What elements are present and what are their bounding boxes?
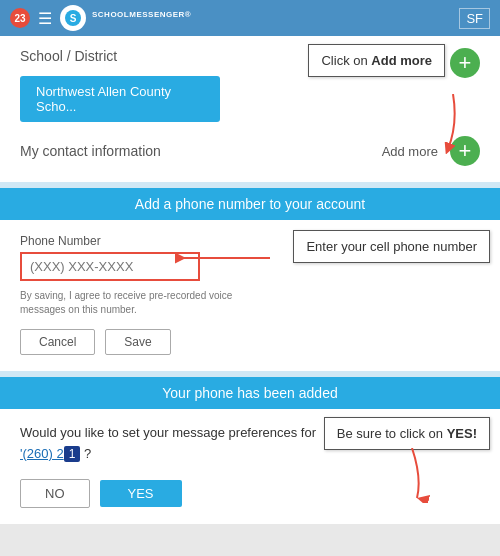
logo-icon: S bbox=[60, 5, 86, 31]
message-suffix: ? bbox=[84, 446, 91, 461]
phone-input[interactable] bbox=[20, 252, 200, 281]
callout-yes-prefix: Be sure to click on bbox=[337, 426, 447, 441]
phone-link[interactable]: '(260) 2 bbox=[20, 446, 64, 461]
callout-yes-bold: YES! bbox=[447, 426, 477, 441]
notification-badge[interactable]: 23 bbox=[10, 8, 30, 28]
my-contact-row: My contact information Add more + bbox=[20, 136, 480, 166]
add-phone-header: Add a phone number to your account bbox=[0, 188, 500, 220]
message-prefix: Would you like to set your message prefe… bbox=[20, 425, 316, 440]
callout-phone: Enter your cell phone number bbox=[293, 230, 490, 263]
my-contact-label: My contact information bbox=[20, 143, 161, 159]
top-right-label[interactable]: SF bbox=[459, 8, 490, 29]
add-phone-section: Add a phone number to your account Enter… bbox=[0, 188, 500, 371]
add-phone-form: Enter your cell phone number Phone Numbe… bbox=[0, 220, 500, 371]
arrow-phone-icon bbox=[175, 248, 275, 271]
callout-yes: Be sure to click on YES! bbox=[324, 417, 490, 450]
save-button[interactable]: Save bbox=[105, 329, 170, 355]
arrow-icon bbox=[438, 94, 468, 157]
svg-text:S: S bbox=[70, 13, 77, 24]
menu-icon[interactable]: ☰ bbox=[38, 9, 52, 28]
yes-no-section: Be sure to click on YES! Would you like … bbox=[0, 409, 500, 524]
arrow-yes-icon bbox=[392, 448, 432, 506]
logo-text: SchoolMessenger® bbox=[92, 10, 191, 25]
phone-added-header: Your phone has been added bbox=[0, 377, 500, 409]
cancel-button[interactable]: Cancel bbox=[20, 329, 95, 355]
phone-box: 1 bbox=[64, 446, 81, 462]
logo-area: S SchoolMessenger® bbox=[60, 5, 451, 31]
yes-button[interactable]: YES bbox=[100, 480, 182, 507]
phone-added-section: Your phone has been added Be sure to cli… bbox=[0, 377, 500, 524]
school-district-section: School / District Click on Add more + No… bbox=[0, 36, 500, 182]
school-button[interactable]: Northwest Allen County Scho... bbox=[20, 76, 220, 122]
agree-text: By saving, I agree to receive pre-record… bbox=[20, 289, 240, 317]
top-bar: 23 ☰ S SchoolMessenger® SF bbox=[0, 0, 500, 36]
callout-bold: Add more bbox=[371, 53, 432, 68]
callout-prefix: Click on bbox=[321, 53, 371, 68]
no-button[interactable]: NO bbox=[20, 479, 90, 508]
add-more-label-text: Add more bbox=[382, 144, 438, 159]
callout-add-more: Click on Add more bbox=[308, 44, 445, 77]
add-more-top-button[interactable]: + bbox=[450, 48, 480, 78]
form-buttons: Cancel Save bbox=[20, 329, 480, 355]
